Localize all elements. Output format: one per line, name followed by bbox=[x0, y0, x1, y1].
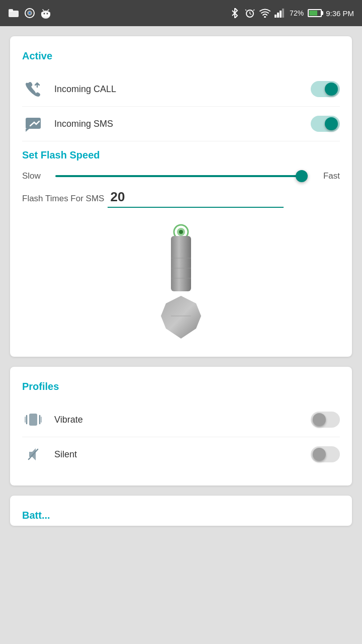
speed-slider[interactable] bbox=[55, 171, 307, 181]
svg-line-17 bbox=[253, 10, 254, 11]
incoming-call-label: Incoming CALL bbox=[54, 84, 116, 95]
status-bar: 72% 9:36 PM bbox=[0, 0, 362, 26]
svg-line-7 bbox=[43, 10, 44, 11]
svg-point-18 bbox=[264, 16, 266, 18]
slider-thumb bbox=[296, 170, 308, 182]
active-section-title: Active bbox=[22, 50, 340, 62]
incoming-sms-icon bbox=[22, 113, 44, 135]
incoming-sms-label: Incoming SMS bbox=[54, 119, 113, 129]
svg-marker-29 bbox=[161, 296, 201, 339]
android-icon bbox=[40, 8, 51, 19]
incoming-sms-toggle[interactable] bbox=[311, 116, 340, 132]
silent-icon bbox=[22, 443, 44, 465]
svg-rect-34 bbox=[29, 414, 37, 426]
wifi-icon bbox=[259, 8, 270, 19]
divider-2 bbox=[22, 141, 340, 141]
incoming-sms-row: Incoming SMS bbox=[22, 107, 340, 141]
bottom-card: Batt... bbox=[10, 496, 352, 526]
silent-toggle[interactable] bbox=[311, 446, 340, 462]
battery-icon bbox=[308, 9, 322, 17]
profiles-section-title: Profiles bbox=[22, 381, 340, 392]
flash-times-row: Flash Times For SMS 20 bbox=[22, 189, 340, 205]
svg-rect-22 bbox=[282, 9, 284, 18]
svg-rect-20 bbox=[277, 13, 279, 18]
svg-rect-1 bbox=[9, 9, 13, 12]
svg-rect-11 bbox=[41, 12, 43, 16]
silent-label: Silent bbox=[54, 449, 77, 460]
vibrate-toggle[interactable] bbox=[311, 412, 340, 428]
main-content: Active Incoming CALL bbox=[0, 26, 362, 536]
sync-icon bbox=[24, 8, 35, 19]
bluetooth-icon bbox=[229, 8, 240, 19]
svg-point-27 bbox=[179, 230, 183, 234]
folder-icon bbox=[8, 8, 19, 19]
svg-point-9 bbox=[44, 13, 45, 15]
svg-marker-24 bbox=[26, 129, 29, 132]
svg-point-10 bbox=[47, 13, 48, 15]
svg-line-15 bbox=[250, 14, 251, 15]
status-bar-right: 72% 9:36 PM bbox=[229, 8, 354, 19]
battery-percent: 72% bbox=[290, 9, 304, 17]
slider-row: Slow Fast bbox=[22, 171, 340, 181]
svg-line-16 bbox=[245, 10, 246, 11]
svg-line-8 bbox=[48, 10, 49, 11]
flash-times-underline bbox=[108, 207, 284, 208]
bottom-section-title: Batt... bbox=[22, 510, 340, 521]
svg-rect-28 bbox=[171, 236, 191, 291]
profiles-card: Profiles Vibrate bbox=[10, 367, 352, 486]
slow-label: Slow bbox=[22, 171, 47, 181]
svg-point-4 bbox=[29, 12, 31, 14]
flash-speed-section: Set Flash Speed Slow Fast Flash Times Fo… bbox=[22, 149, 340, 339]
svg-rect-19 bbox=[275, 15, 277, 18]
alarm-icon bbox=[244, 8, 255, 19]
incoming-call-toggle[interactable] bbox=[311, 81, 340, 97]
incoming-call-row: Incoming CALL bbox=[22, 72, 340, 106]
flash-speed-title: Set Flash Speed bbox=[22, 149, 340, 161]
fast-label: Fast bbox=[315, 171, 340, 181]
signal-icon bbox=[275, 8, 286, 19]
svg-rect-21 bbox=[280, 11, 282, 18]
svg-rect-12 bbox=[49, 12, 50, 16]
vibrate-row: Vibrate bbox=[22, 403, 340, 437]
silent-row: Silent bbox=[22, 437, 340, 471]
flash-times-value: 20 bbox=[110, 189, 125, 205]
flashlight-graphic bbox=[22, 218, 340, 339]
time-display: 9:36 PM bbox=[326, 9, 354, 18]
status-bar-left bbox=[8, 8, 51, 19]
flash-times-label: Flash Times For SMS bbox=[22, 194, 104, 204]
svg-rect-6 bbox=[42, 13, 50, 17]
active-card: Active Incoming CALL bbox=[10, 36, 352, 357]
vibrate-icon bbox=[22, 409, 44, 431]
incoming-call-icon bbox=[22, 78, 44, 100]
vibrate-label: Vibrate bbox=[54, 415, 83, 425]
